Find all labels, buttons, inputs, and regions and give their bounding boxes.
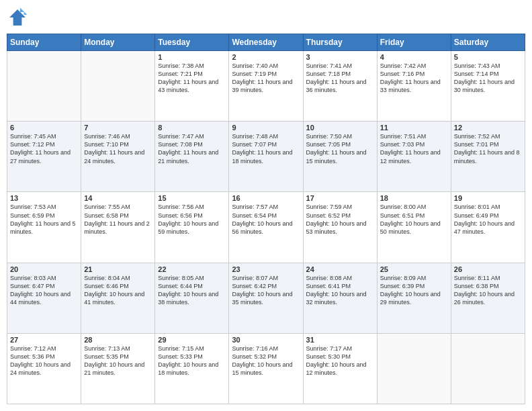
calendar-cell — [7, 51, 81, 122]
calendar-cell: 6Sunrise: 7:45 AM Sunset: 7:12 PM Daylig… — [7, 122, 81, 192]
calendar-cell: 11Sunrise: 7:51 AM Sunset: 7:03 PM Dayli… — [377, 122, 451, 192]
cell-content: Sunrise: 8:07 AM Sunset: 6:42 PM Dayligh… — [232, 274, 300, 307]
calendar-cell: 3Sunrise: 7:41 AM Sunset: 7:18 PM Daylig… — [303, 51, 377, 122]
cell-content: Sunrise: 7:40 AM Sunset: 7:19 PM Dayligh… — [232, 62, 300, 95]
calendar-cell: 27Sunrise: 7:12 AM Sunset: 5:36 PM Dayli… — [7, 333, 81, 404]
day-number: 13 — [10, 194, 78, 202]
calendar-cell: 10Sunrise: 7:50 AM Sunset: 7:05 PM Dayli… — [303, 122, 377, 192]
day-number: 3 — [306, 53, 374, 61]
cell-content: Sunrise: 8:01 AM Sunset: 6:49 PM Dayligh… — [454, 203, 522, 236]
calendar: SundayMondayTuesdayWednesdayThursdayFrid… — [7, 34, 525, 404]
calendar-cell: 13Sunrise: 7:53 AM Sunset: 6:59 PM Dayli… — [7, 192, 81, 263]
calendar-cell: 5Sunrise: 7:43 AM Sunset: 7:14 PM Daylig… — [451, 51, 525, 122]
calendar-body: 1Sunrise: 7:38 AM Sunset: 7:21 PM Daylig… — [7, 51, 525, 404]
day-number: 12 — [454, 124, 522, 132]
cell-content: Sunrise: 8:11 AM Sunset: 6:38 PM Dayligh… — [454, 274, 522, 307]
cell-content: Sunrise: 7:15 AM Sunset: 5:33 PM Dayligh… — [158, 345, 226, 377]
page: SundayMondayTuesdayWednesdayThursdayFrid… — [0, 0, 532, 411]
calendar-week-0: 1Sunrise: 7:38 AM Sunset: 7:21 PM Daylig… — [7, 51, 525, 122]
calendar-week-4: 27Sunrise: 7:12 AM Sunset: 5:36 PM Dayli… — [7, 333, 525, 404]
cell-content: Sunrise: 7:59 AM Sunset: 6:52 PM Dayligh… — [306, 203, 374, 236]
cell-content: Sunrise: 7:17 AM Sunset: 5:30 PM Dayligh… — [306, 345, 374, 377]
cell-content: Sunrise: 8:00 AM Sunset: 6:51 PM Dayligh… — [380, 203, 448, 236]
day-number: 4 — [380, 53, 448, 61]
cell-content: Sunrise: 7:50 AM Sunset: 7:05 PM Dayligh… — [306, 132, 374, 165]
cell-content: Sunrise: 7:47 AM Sunset: 7:08 PM Dayligh… — [158, 132, 226, 165]
day-number: 21 — [84, 265, 152, 273]
day-header-wednesday: Wednesday — [229, 34, 303, 51]
cell-content: Sunrise: 8:09 AM Sunset: 6:39 PM Dayligh… — [380, 274, 448, 307]
calendar-header: SundayMondayTuesdayWednesdayThursdayFrid… — [7, 34, 525, 51]
day-number: 23 — [232, 265, 300, 273]
cell-content: Sunrise: 7:55 AM Sunset: 6:58 PM Dayligh… — [84, 203, 152, 236]
day-number: 20 — [10, 265, 78, 273]
header — [7, 7, 525, 28]
day-number: 26 — [454, 265, 522, 273]
day-number: 28 — [84, 336, 152, 344]
calendar-cell: 9Sunrise: 7:48 AM Sunset: 7:07 PM Daylig… — [229, 122, 303, 192]
day-number: 14 — [84, 194, 152, 202]
day-header-thursday: Thursday — [303, 34, 377, 51]
calendar-cell: 12Sunrise: 7:52 AM Sunset: 7:01 PM Dayli… — [451, 122, 525, 192]
calendar-cell: 26Sunrise: 8:11 AM Sunset: 6:38 PM Dayli… — [451, 263, 525, 333]
day-number: 27 — [10, 336, 78, 344]
calendar-cell — [377, 333, 451, 404]
cell-content: Sunrise: 7:41 AM Sunset: 7:18 PM Dayligh… — [306, 62, 374, 95]
cell-content: Sunrise: 7:51 AM Sunset: 7:03 PM Dayligh… — [380, 132, 448, 165]
calendar-week-1: 6Sunrise: 7:45 AM Sunset: 7:12 PM Daylig… — [7, 122, 525, 192]
day-number: 17 — [306, 194, 374, 202]
day-number: 25 — [380, 265, 448, 273]
day-number: 10 — [306, 124, 374, 132]
day-header-friday: Friday — [377, 34, 451, 51]
calendar-cell: 4Sunrise: 7:42 AM Sunset: 7:16 PM Daylig… — [377, 51, 451, 122]
calendar-cell: 7Sunrise: 7:46 AM Sunset: 7:10 PM Daylig… — [81, 122, 155, 192]
calendar-cell: 21Sunrise: 8:04 AM Sunset: 6:46 PM Dayli… — [81, 263, 155, 333]
cell-content: Sunrise: 7:43 AM Sunset: 7:14 PM Dayligh… — [454, 62, 522, 95]
day-number: 15 — [158, 194, 226, 202]
cell-content: Sunrise: 8:04 AM Sunset: 6:46 PM Dayligh… — [84, 274, 152, 307]
cell-content: Sunrise: 8:08 AM Sunset: 6:41 PM Dayligh… — [306, 274, 374, 307]
days-of-week-row: SundayMondayTuesdayWednesdayThursdayFrid… — [7, 34, 525, 51]
cell-content: Sunrise: 7:57 AM Sunset: 6:54 PM Dayligh… — [232, 203, 300, 236]
calendar-cell: 17Sunrise: 7:59 AM Sunset: 6:52 PM Dayli… — [303, 192, 377, 263]
cell-content: Sunrise: 7:48 AM Sunset: 7:07 PM Dayligh… — [232, 132, 300, 165]
day-header-tuesday: Tuesday — [155, 34, 229, 51]
cell-content: Sunrise: 7:56 AM Sunset: 6:56 PM Dayligh… — [158, 203, 226, 236]
calendar-cell: 14Sunrise: 7:55 AM Sunset: 6:58 PM Dayli… — [81, 192, 155, 263]
calendar-cell: 24Sunrise: 8:08 AM Sunset: 6:41 PM Dayli… — [303, 263, 377, 333]
cell-content: Sunrise: 7:12 AM Sunset: 5:36 PM Dayligh… — [10, 345, 78, 377]
calendar-cell: 29Sunrise: 7:15 AM Sunset: 5:33 PM Dayli… — [155, 333, 229, 404]
day-number: 19 — [454, 194, 522, 202]
day-number: 18 — [380, 194, 448, 202]
day-header-monday: Monday — [81, 34, 155, 51]
cell-content: Sunrise: 7:45 AM Sunset: 7:12 PM Dayligh… — [10, 132, 78, 165]
day-number: 11 — [380, 124, 448, 132]
day-number: 7 — [84, 124, 152, 132]
calendar-cell: 8Sunrise: 7:47 AM Sunset: 7:08 PM Daylig… — [155, 122, 229, 192]
day-number: 2 — [232, 53, 300, 61]
cell-content: Sunrise: 8:03 AM Sunset: 6:47 PM Dayligh… — [10, 274, 78, 307]
day-header-sunday: Sunday — [7, 34, 81, 51]
calendar-cell: 28Sunrise: 7:13 AM Sunset: 5:35 PM Dayli… — [81, 333, 155, 404]
calendar-cell: 25Sunrise: 8:09 AM Sunset: 6:39 PM Dayli… — [377, 263, 451, 333]
day-number: 1 — [158, 53, 226, 61]
calendar-cell — [81, 51, 155, 122]
day-number: 31 — [306, 336, 374, 344]
calendar-cell: 23Sunrise: 8:07 AM Sunset: 6:42 PM Dayli… — [229, 263, 303, 333]
calendar-cell: 22Sunrise: 8:05 AM Sunset: 6:44 PM Dayli… — [155, 263, 229, 333]
calendar-cell: 2Sunrise: 7:40 AM Sunset: 7:19 PM Daylig… — [229, 51, 303, 122]
logo-icon — [7, 7, 28, 28]
calendar-week-3: 20Sunrise: 8:03 AM Sunset: 6:47 PM Dayli… — [7, 263, 525, 333]
cell-content: Sunrise: 8:05 AM Sunset: 6:44 PM Dayligh… — [158, 274, 226, 307]
calendar-cell: 19Sunrise: 8:01 AM Sunset: 6:49 PM Dayli… — [451, 192, 525, 263]
cell-content: Sunrise: 7:42 AM Sunset: 7:16 PM Dayligh… — [380, 62, 448, 95]
calendar-cell: 30Sunrise: 7:16 AM Sunset: 5:32 PM Dayli… — [229, 333, 303, 404]
calendar-week-2: 13Sunrise: 7:53 AM Sunset: 6:59 PM Dayli… — [7, 192, 525, 263]
calendar-cell: 31Sunrise: 7:17 AM Sunset: 5:30 PM Dayli… — [303, 333, 377, 404]
cell-content: Sunrise: 7:38 AM Sunset: 7:21 PM Dayligh… — [158, 62, 226, 95]
day-number: 6 — [10, 124, 78, 132]
cell-content: Sunrise: 7:46 AM Sunset: 7:10 PM Dayligh… — [84, 132, 152, 165]
day-number: 5 — [454, 53, 522, 61]
day-number: 8 — [158, 124, 226, 132]
day-number: 9 — [232, 124, 300, 132]
